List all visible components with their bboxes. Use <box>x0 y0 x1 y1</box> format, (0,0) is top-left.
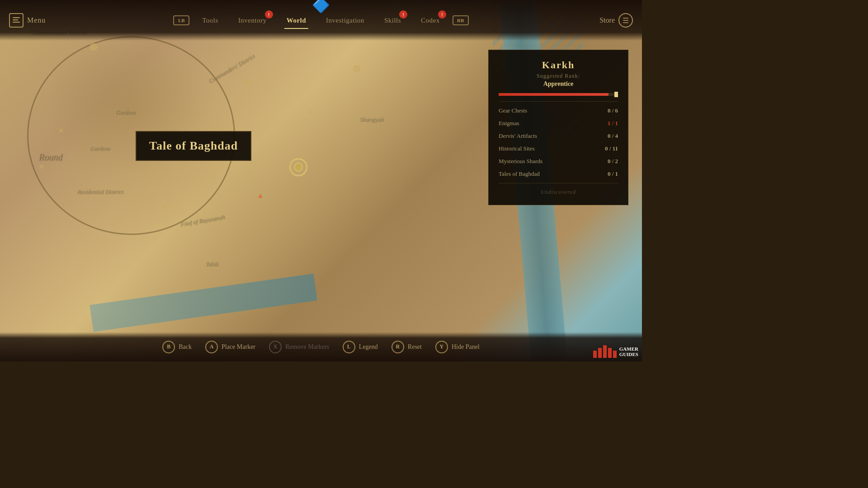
nav-ornament: 🔷 <box>312 0 330 12</box>
btn-remove-markers[interactable]: X Remove Markers <box>269 341 329 353</box>
btn-hide-panel[interactable]: Y Hide Panel <box>435 341 480 353</box>
assassin-marker: ✦ <box>160 202 167 212</box>
panel-title: Karkh <box>499 59 618 71</box>
menu-label: Menu <box>27 16 46 24</box>
wbar5 <box>613 351 617 358</box>
panel-undiscovered: Undiscovered <box>499 189 618 196</box>
nav-item-skills[interactable]: ! Skills <box>374 13 411 28</box>
map-marker[interactable] <box>90 43 97 51</box>
btn-reset[interactable]: R Reset <box>392 341 422 353</box>
legend-key: L <box>343 341 355 353</box>
stat-row-enigmas: Enigmas 1 / 1 <box>499 120 618 127</box>
stat-value-historical: 0 / 11 <box>605 145 618 152</box>
wbar4 <box>608 348 612 358</box>
watermark-line1: GAMER <box>619 346 638 352</box>
wbar2 <box>598 348 602 358</box>
rb-bumper[interactable]: RB <box>453 15 469 25</box>
stat-label-shards: Mysterious Shards <box>499 158 542 165</box>
skills-alert: ! <box>399 10 407 19</box>
nav-item-codex[interactable]: ! Codex <box>411 13 450 28</box>
stat-value-shards: 0 / 2 <box>608 158 618 165</box>
stat-label-historical: Historical Sites <box>499 145 535 152</box>
bottom-bar: B Back A Place Marker X Remove Markers L… <box>0 332 642 361</box>
nav-investigation-label: Investigation <box>326 17 364 24</box>
nav-world-label: World <box>287 17 306 24</box>
svg-rect-2 <box>13 22 20 23</box>
nav-item-investigation[interactable]: Investigation <box>316 13 374 28</box>
progress-bar <box>499 93 618 96</box>
store-icon[interactable]: ☰ <box>618 13 633 28</box>
stat-row-gear-chests: Gear Chests 0 / 6 <box>499 107 618 114</box>
menu-icon[interactable] <box>9 13 24 28</box>
remove-markers-key: X <box>269 341 282 353</box>
nav-inventory-label: Inventory <box>238 17 267 24</box>
tooltip-box: Tale of Baghdad <box>136 131 251 161</box>
legend-label: Legend <box>359 343 378 351</box>
stat-row-tales: Tales of Baghdad 0 / 1 <box>499 170 618 178</box>
map-marker[interactable] <box>244 80 251 87</box>
svg-rect-0 <box>13 17 20 18</box>
place-marker-label: Place Marker <box>222 343 255 351</box>
back-label: Back <box>179 343 192 351</box>
stat-label-gear-chests: Gear Chests <box>499 107 527 114</box>
watermark-text: GAMER GUIDES <box>619 346 638 357</box>
nav-item-tools[interactable]: Tools <box>192 13 228 28</box>
stat-label-enigmas: Enigmas <box>499 120 519 127</box>
stat-row-dervis: Dervis' Artifacts 0 / 4 <box>499 132 618 140</box>
panel-divider-bottom <box>499 183 618 183</box>
stat-value-enigmas: 1 / 1 <box>608 120 618 127</box>
watermark-bars <box>593 345 617 358</box>
progress-bar-fill <box>499 93 609 96</box>
point-marker: ● <box>308 108 312 116</box>
nav-right: Store ☰ <box>599 13 633 28</box>
map-marker[interactable] <box>353 65 360 72</box>
stat-row-shards: Mysterious Shards 0 / 2 <box>499 158 618 165</box>
nav-bar: 🔷 Menu LB Tools ! Inventory World Invest… <box>0 0 642 41</box>
selected-marker <box>289 158 307 176</box>
codex-alert: ! <box>438 10 446 19</box>
nav-tools-label: Tools <box>202 17 218 24</box>
back-key: B <box>162 341 175 353</box>
stat-label-dervis: Dervis' Artifacts <box>499 132 537 140</box>
stat-label-tales: Tales of Baghdad <box>499 170 540 178</box>
panel-rank: Apprentice <box>499 80 618 88</box>
stat-row-historical: Historical Sites 0 / 11 <box>499 145 618 152</box>
stat-value-dervis: 0 / 4 <box>608 132 618 140</box>
progress-bar-handle <box>614 92 618 97</box>
watermark-line2: GUIDES <box>619 352 638 357</box>
btn-legend[interactable]: L Legend <box>343 341 378 353</box>
nav-codex-label: Codex <box>421 17 440 24</box>
panel-divider-top <box>499 101 618 102</box>
side-panel: Karkh Suggested Rank: Apprentice Gear Ch… <box>488 50 628 205</box>
reset-label: Reset <box>408 343 422 351</box>
watermark: GAMER GUIDES <box>593 345 638 358</box>
map-marker-x: ✕ <box>38 163 44 171</box>
remove-markers-label: Remove Markers <box>285 343 329 351</box>
arrow-marker: ▲ <box>257 192 264 200</box>
btn-place-marker[interactable]: A Place Marker <box>205 341 255 353</box>
btn-back[interactable]: B Back <box>162 341 192 353</box>
nav-items: LB Tools ! Inventory World Investigation… <box>170 13 471 28</box>
tooltip-title: Tale of Baghdad <box>149 139 238 152</box>
nav-left: Menu <box>9 13 46 28</box>
nav-item-inventory[interactable]: ! Inventory <box>228 13 277 28</box>
small-marker: ■ <box>77 231 80 239</box>
map-marker-x: ✕ <box>58 127 64 135</box>
svg-rect-1 <box>13 19 18 20</box>
inventory-alert: ! <box>265 10 273 19</box>
nav-skills-label: Skills <box>384 17 401 24</box>
hide-panel-key: Y <box>435 341 448 353</box>
wbar1 <box>593 351 597 358</box>
lb-bumper[interactable]: LB <box>173 15 189 25</box>
stat-value-tales: 0 / 1 <box>608 170 618 178</box>
hide-panel-label: Hide Panel <box>452 343 480 351</box>
nav-item-world[interactable]: World <box>277 13 316 28</box>
place-marker-key: A <box>205 341 218 353</box>
store-label: Store <box>599 16 615 24</box>
selected-marker-inner <box>294 163 303 172</box>
panel-suggested-rank-label: Suggested Rank: <box>499 73 618 80</box>
stat-value-gear-chests: 0 / 6 <box>608 107 618 114</box>
reset-key: R <box>392 341 404 353</box>
wbar3 <box>603 345 607 358</box>
